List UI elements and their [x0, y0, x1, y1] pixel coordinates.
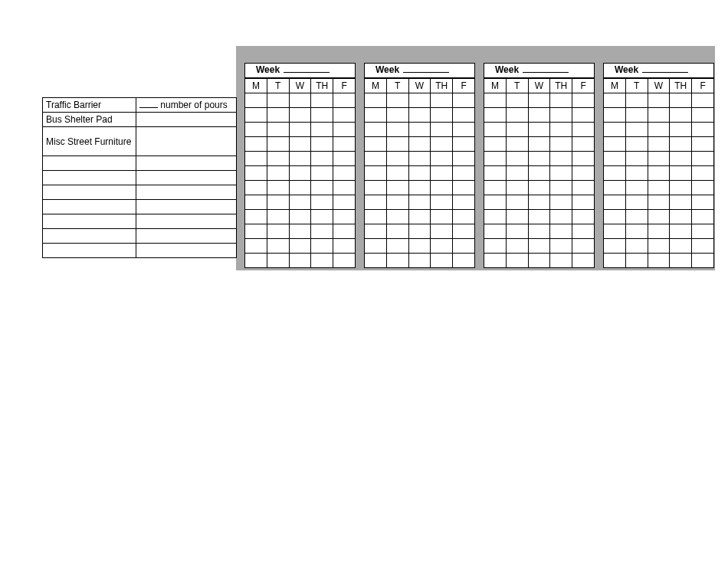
week-grid-cell — [604, 195, 626, 210]
week-grid-cell — [333, 123, 356, 137]
week-grid-cell — [365, 195, 387, 210]
week-grid-cell — [365, 93, 387, 108]
week-grid-row — [245, 224, 356, 239]
day-header: F — [333, 79, 356, 93]
week-grid-cell — [267, 224, 289, 239]
week-grid-cell — [670, 239, 692, 254]
week-grid-cell — [572, 152, 595, 166]
week-grid-cell — [289, 254, 311, 268]
row-label-row — [43, 156, 237, 171]
week-grid-cell — [365, 152, 387, 166]
week-grid-cell — [365, 123, 387, 137]
week-grid-cell — [245, 152, 267, 166]
week-grid-row — [245, 93, 356, 108]
week-grid-cell — [648, 123, 670, 137]
week-grid-cell — [408, 166, 431, 181]
week-grid-cell — [550, 152, 572, 166]
week-grid-cell — [506, 123, 528, 137]
week-grid-row — [365, 210, 475, 224]
week-grid-cell — [528, 93, 550, 108]
week-grid-cell — [528, 181, 550, 195]
week-grid-cell — [550, 239, 572, 254]
week-grid-cell — [572, 137, 595, 152]
week-grid-cell — [506, 93, 528, 108]
week-grid-cell — [408, 123, 431, 137]
day-header: TH — [431, 79, 453, 93]
week-grid-cell — [289, 93, 311, 108]
week-grid-cell — [670, 152, 692, 166]
week-grid-row — [604, 181, 714, 195]
week-grid-cell — [572, 254, 595, 268]
week-header: Week — [603, 63, 714, 78]
week-header-label: Week — [615, 64, 638, 75]
week-grid-cell — [484, 108, 507, 123]
week-grid-cell — [528, 152, 550, 166]
week-grid-cell — [386, 152, 408, 166]
week-grid-cell — [670, 210, 692, 224]
week-grid-cell — [604, 93, 626, 108]
row-label-row — [43, 171, 237, 185]
week-grid-cell — [484, 181, 507, 195]
day-header: F — [453, 79, 475, 93]
week-grid-row — [365, 166, 475, 181]
week-grid-row — [604, 195, 714, 210]
week-grid-cell — [408, 108, 431, 123]
week-grid-cell — [648, 210, 670, 224]
week-grid-cell — [625, 93, 648, 108]
week-grid-cell — [692, 254, 714, 268]
week-grid-row — [484, 123, 595, 137]
row-note — [136, 214, 237, 229]
week-grid-cell — [431, 123, 453, 137]
day-header: W — [528, 79, 550, 93]
week-grid-cell — [311, 239, 333, 254]
page: Traffic Barrier number of poursBus Shelt… — [0, 0, 728, 563]
week-grid-cell — [604, 137, 626, 152]
week-grid-cell — [572, 123, 595, 137]
week-grid-cell — [528, 239, 550, 254]
week-grid-cell — [692, 239, 714, 254]
week-header-label: Week — [375, 64, 399, 75]
week-grid-cell — [550, 224, 572, 239]
day-header: M — [245, 79, 267, 93]
week-grid-cell — [453, 152, 475, 166]
week-grid-cell — [550, 108, 572, 123]
week-grid-cell — [604, 108, 626, 123]
week-grid-cell — [386, 108, 408, 123]
week-grid-cell — [431, 239, 453, 254]
week-grid-cell — [453, 239, 475, 254]
week-grid-cell — [528, 210, 550, 224]
week-grid-row — [245, 152, 356, 166]
week-grid-cell — [311, 210, 333, 224]
week-grid-cell — [431, 224, 453, 239]
week-grid-cell — [311, 254, 333, 268]
week-grid-cell — [648, 93, 670, 108]
week-grid-row — [604, 224, 714, 239]
week-grid-cell — [245, 224, 267, 239]
week-grid-cell — [572, 224, 595, 239]
row-label — [43, 185, 136, 200]
day-header: T — [625, 79, 648, 93]
week-grid-cell — [528, 254, 550, 268]
week-grid-row — [484, 166, 595, 181]
week-grid-cell — [670, 123, 692, 137]
week-grid-row — [604, 254, 714, 268]
week-grid-cell — [408, 181, 431, 195]
week-grid-row — [604, 152, 714, 166]
week-grid-cell — [506, 195, 528, 210]
week-block: Week MTWTHF — [364, 63, 475, 268]
week-grid-row — [604, 137, 714, 152]
week-grid-cell — [267, 152, 289, 166]
week-grid-cell — [267, 195, 289, 210]
week-header-label: Week — [256, 64, 280, 75]
week-grid-cell — [453, 254, 475, 268]
week-grid-cell — [572, 181, 595, 195]
week-grid-cell — [267, 108, 289, 123]
week-grid-cell — [245, 166, 267, 181]
row-label-table: Traffic Barrier number of poursBus Shelt… — [42, 97, 237, 258]
week-grid-cell — [692, 108, 714, 123]
week-grid-cell — [333, 224, 356, 239]
week-grid-cell — [333, 195, 356, 210]
week-grid-cell — [604, 254, 626, 268]
week-grid-row — [365, 108, 475, 123]
week-grid-cell — [625, 137, 648, 152]
